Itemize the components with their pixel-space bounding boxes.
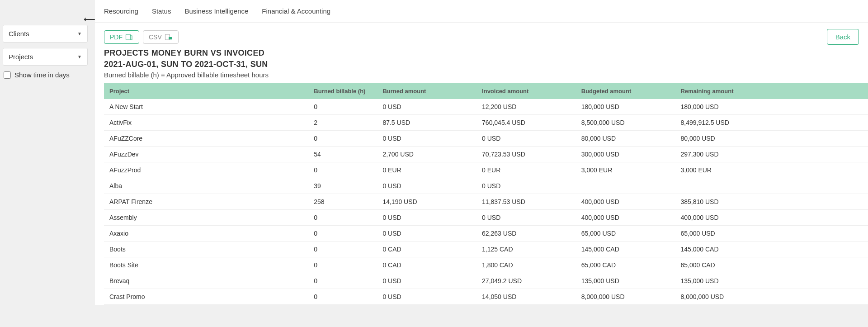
back-arrow-icon[interactable]: ⟵: [84, 14, 95, 24]
svg-rect-0: [126, 34, 131, 40]
col-remaining-amount: Remaining amount: [677, 83, 868, 99]
cell-budgeted: 135,000 USD: [578, 273, 677, 289]
chevron-down-icon: ▼: [77, 54, 82, 59]
cell-budgeted: [578, 178, 677, 194]
show-time-checkbox[interactable]: [4, 71, 11, 79]
cell-project: Alba: [104, 178, 310, 194]
cell-burned_h: 54: [310, 147, 379, 162]
cell-invoiced: 1,800 CAD: [478, 257, 578, 273]
cell-burned_h: 0: [310, 273, 379, 289]
table-row: Assembly00 USD0 USD400,000 USD400,000 US…: [104, 210, 868, 226]
cell-invoiced: 70,723.53 USD: [478, 147, 578, 162]
cell-project: Brevaq: [104, 273, 310, 289]
table-row: Boots Site00 CAD1,800 CAD65,000 CAD65,00…: [104, 257, 868, 273]
cell-burned_a: 87.5 USD: [379, 115, 478, 131]
cell-burned_a: 0 USD: [379, 289, 478, 305]
cell-burned_a: 0 USD: [379, 131, 478, 147]
pdf-export-button[interactable]: PDF: [104, 30, 139, 44]
cell-burned_a: 2,700 USD: [379, 147, 478, 162]
tab-business-intelligence[interactable]: Business Intelligence: [184, 5, 248, 18]
cell-invoiced: 11,837.53 USD: [478, 194, 578, 210]
cell-remaining: 65,000 USD: [677, 226, 868, 242]
show-time-label: Show time in days: [14, 71, 70, 79]
cell-burned_a: 14,190 USD: [379, 194, 478, 210]
col-invoiced-amount: Invoiced amount: [478, 83, 578, 99]
cell-remaining: 385,810 USD: [677, 194, 868, 210]
table-row: AFuzzDev542,700 USD70,723.53 USD300,000 …: [104, 147, 868, 162]
clients-label: Clients: [9, 30, 29, 38]
cell-remaining: 145,000 CAD: [677, 242, 868, 257]
report-date-range: 2021-AUG-01, SUN TO 2021-OCT-31, SUN: [104, 60, 859, 69]
cell-budgeted: 65,000 CAD: [578, 257, 677, 273]
cell-burned_h: 0: [310, 210, 379, 226]
cell-budgeted: 180,000 USD: [578, 99, 677, 115]
cell-burned_h: 2: [310, 115, 379, 131]
col-project: Project: [104, 83, 310, 99]
tab-resourcing[interactable]: Resourcing: [104, 5, 138, 18]
cell-remaining: 135,000 USD: [677, 273, 868, 289]
cell-burned_h: 39: [310, 178, 379, 194]
cell-budgeted: 8,500,000 USD: [578, 115, 677, 131]
col-burned-billable: Burned billable (h): [310, 83, 379, 99]
report-title: PROJECTS MONEY BURN VS INVOICED: [104, 48, 859, 58]
report-table: Project Burned billable (h) Burned amoun…: [104, 83, 868, 305]
cell-budgeted: 145,000 CAD: [578, 242, 677, 257]
cell-budgeted: 80,000 USD: [578, 131, 677, 147]
projects-label: Projects: [9, 53, 33, 61]
cell-invoiced: 760,045.4 USD: [478, 115, 578, 131]
cell-project: Crast Promo: [104, 289, 310, 305]
cell-invoiced: 14,050 USD: [478, 289, 578, 305]
cell-remaining: 180,000 USD: [677, 99, 868, 115]
cell-remaining: 297,300 USD: [677, 147, 868, 162]
col-budgeted-amount: Budgeted amount: [578, 83, 677, 99]
cell-project: Boots Site: [104, 257, 310, 273]
tab-financial-accounting[interactable]: Financial & Accounting: [262, 5, 330, 18]
cell-burned_h: 0: [310, 289, 379, 305]
cell-burned_a: 0 EUR: [379, 162, 478, 178]
cell-burned_h: 258: [310, 194, 379, 210]
cell-invoiced: 27,049.2 USD: [478, 273, 578, 289]
cell-burned_a: 0 USD: [379, 178, 478, 194]
cell-burned_a: 0 CAD: [379, 242, 478, 257]
csv-icon: [165, 33, 173, 41]
pdf-icon: [125, 33, 133, 41]
csv-export-button[interactable]: CSV: [143, 30, 179, 44]
cell-project: AFuzzProd: [104, 162, 310, 178]
cell-budgeted: 400,000 USD: [578, 210, 677, 226]
cell-burned_h: 0: [310, 162, 379, 178]
cell-budgeted: 8,000,000 USD: [578, 289, 677, 305]
back-button[interactable]: Back: [827, 29, 859, 45]
cell-burned_h: 0: [310, 99, 379, 115]
table-row: Crast Promo00 USD14,050 USD8,000,000 USD…: [104, 289, 868, 305]
cell-remaining: [677, 178, 868, 194]
tab-status[interactable]: Status: [152, 5, 171, 18]
cell-invoiced: 0 USD: [478, 210, 578, 226]
cell-invoiced: 12,200 USD: [478, 99, 578, 115]
cell-burned_a: 0 USD: [379, 99, 478, 115]
table-row: ActivFix287.5 USD760,045.4 USD8,500,000 …: [104, 115, 868, 131]
cell-project: Boots: [104, 242, 310, 257]
cell-invoiced: 62,263 USD: [478, 226, 578, 242]
chevron-down-icon: ▼: [77, 31, 82, 36]
projects-dropdown[interactable]: Projects ▼: [3, 48, 88, 66]
pdf-label: PDF: [110, 33, 123, 41]
cell-remaining: 65,000 CAD: [677, 257, 868, 273]
csv-label: CSV: [149, 33, 162, 41]
cell-burned_a: 0 USD: [379, 273, 478, 289]
cell-project: A New Start: [104, 99, 310, 115]
clients-dropdown[interactable]: Clients ▼: [3, 25, 88, 43]
cell-remaining: 8,000,000 USD: [677, 289, 868, 305]
table-row: ARPAT Firenze25814,190 USD11,837.53 USD4…: [104, 194, 868, 210]
table-row: AFuZZCore00 USD0 USD80,000 USD80,000 USD: [104, 131, 868, 147]
cell-remaining: 400,000 USD: [677, 210, 868, 226]
cell-project: ActivFix: [104, 115, 310, 131]
cell-burned_h: 0: [310, 131, 379, 147]
table-row: Boots00 CAD1,125 CAD145,000 CAD145,000 C…: [104, 242, 868, 257]
cell-burned_h: 0: [310, 226, 379, 242]
cell-project: Axaxio: [104, 226, 310, 242]
cell-burned_a: 0 CAD: [379, 257, 478, 273]
cell-budgeted: 65,000 USD: [578, 226, 677, 242]
cell-budgeted: 3,000 EUR: [578, 162, 677, 178]
cell-invoiced: 0 USD: [478, 131, 578, 147]
cell-project: ARPAT Firenze: [104, 194, 310, 210]
